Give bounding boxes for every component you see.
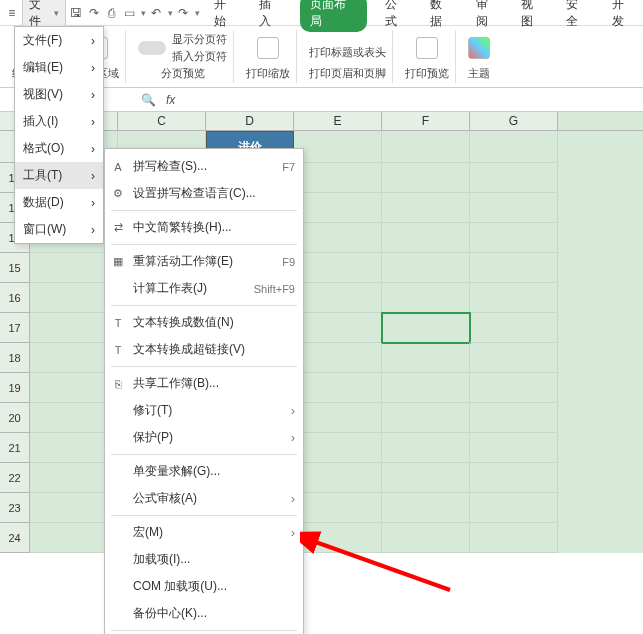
tab-start[interactable]: 开始 xyxy=(210,0,241,32)
ribbon-group-scale: 打印缩放 xyxy=(240,30,297,83)
page-preview-label[interactable]: 分页预览 xyxy=(161,66,205,81)
chevron-right-icon: › xyxy=(291,404,295,418)
tab-view[interactable]: 视图 xyxy=(517,0,548,32)
tab-review[interactable]: 审阅 xyxy=(472,0,503,32)
menu-icon: ▦ xyxy=(111,255,125,269)
submenu-label: 拼写检查(S)... xyxy=(133,158,207,175)
menu-icon[interactable]: ≡ xyxy=(4,5,20,21)
toggle-switch[interactable] xyxy=(138,41,166,55)
menu-icon: T xyxy=(111,343,125,357)
col-header[interactable]: E xyxy=(294,112,382,130)
menu-icon: T xyxy=(111,316,125,330)
menu-icon: A xyxy=(111,160,125,174)
menu-item-file[interactable]: 文件(F)› xyxy=(15,27,103,54)
submenu-item[interactable]: A拼写检查(S)...F7 xyxy=(105,153,303,180)
fx-label[interactable]: fx xyxy=(156,93,185,107)
tab-security[interactable]: 安全 xyxy=(562,0,593,32)
chevron-down-icon: ▾ xyxy=(195,8,200,18)
quick-access-toolbar: ≡ 文件 ▾ 🖫 ↷ ⎙ ▭ ▾ ↶ ▾ ↷ ▾ 开始 插入 页面布局 公式 数… xyxy=(0,0,643,26)
print-preview-icon[interactable] xyxy=(416,37,438,59)
col-header[interactable]: D xyxy=(206,112,294,130)
tab-dev[interactable]: 开发 xyxy=(608,0,639,32)
menu-item-view[interactable]: 视图(V)› xyxy=(15,81,103,108)
submenu-item[interactable]: 单变量求解(G)... xyxy=(105,458,303,485)
row-header[interactable]: 17 xyxy=(0,313,30,343)
menu-item-window[interactable]: 窗口(W)› xyxy=(15,216,103,243)
row-header[interactable]: 20 xyxy=(0,403,30,433)
row-header[interactable]: 15 xyxy=(0,253,30,283)
row-header[interactable]: 19 xyxy=(0,373,30,403)
selected-cell[interactable] xyxy=(382,313,470,343)
submenu-item[interactable]: 宏(M)› xyxy=(105,519,303,546)
submenu-item[interactable]: 保护(P)› xyxy=(105,424,303,451)
submenu-item[interactable]: T文本转换成数值(N) xyxy=(105,309,303,336)
submenu-item[interactable]: 加载项(I)... xyxy=(105,546,303,553)
row-header[interactable]: 23 xyxy=(0,493,30,523)
redo-icon[interactable]: ↷ xyxy=(86,5,102,21)
submenu-label: 保护(P) xyxy=(133,429,173,446)
submenu-item[interactable]: 计算工作表(J)Shift+F9 xyxy=(105,275,303,302)
theme-label[interactable]: 主题 xyxy=(468,66,490,81)
header-footer-label[interactable]: 打印页眉和页脚 xyxy=(309,66,386,81)
tab-insert[interactable]: 插入 xyxy=(255,0,286,32)
submenu-label: 文本转换成数值(N) xyxy=(133,314,234,331)
chevron-right-icon: › xyxy=(291,526,295,540)
redo2-icon[interactable]: ↷ xyxy=(175,5,191,21)
save-icon[interactable]: 🖫 xyxy=(68,5,84,21)
ribbon-group-preview: 显示分页符 插入分页符 分页预览 xyxy=(132,30,234,83)
insert-break-label[interactable]: 插入分页符 xyxy=(172,49,227,64)
print-icon[interactable]: ⎙ xyxy=(104,5,120,21)
col-header[interactable]: C xyxy=(118,112,206,130)
submenu-item[interactable]: 修订(T)› xyxy=(105,397,303,424)
chevron-down-icon: ▾ xyxy=(54,8,59,18)
row-header[interactable]: 21 xyxy=(0,433,30,463)
menu-item-format[interactable]: 格式(O)› xyxy=(15,135,103,162)
row-header[interactable]: 22 xyxy=(0,463,30,493)
preview-icon[interactable]: ▭ xyxy=(122,5,138,21)
submenu-label: 宏(M) xyxy=(133,524,163,541)
ribbon-group-titles: 打印标题或表头 打印页眉和页脚 xyxy=(303,30,393,83)
row-header[interactable]: 24 xyxy=(0,523,30,553)
print-scale-label[interactable]: 打印缩放 xyxy=(246,66,290,81)
submenu-label: 修订(T) xyxy=(133,402,172,419)
theme-icon[interactable] xyxy=(468,37,490,59)
shortcut-label: F9 xyxy=(282,256,295,268)
submenu-item[interactable]: T文本转换成超链接(V) xyxy=(105,336,303,363)
col-header[interactable]: F xyxy=(382,112,470,130)
search-icon[interactable]: 🔍 xyxy=(140,92,156,108)
submenu-label: 重算活动工作簿(E) xyxy=(133,253,233,270)
submenu-item[interactable]: 公式审核(A)› xyxy=(105,485,303,512)
col-header[interactable]: G xyxy=(470,112,558,130)
submenu-item[interactable]: ⚙设置拼写检查语言(C)... xyxy=(105,180,303,207)
shortcut-label: F7 xyxy=(282,161,295,173)
tab-page-layout[interactable]: 页面布局 xyxy=(300,0,367,32)
menu-icon: ⚙ xyxy=(111,187,125,201)
row-header[interactable]: 18 xyxy=(0,343,30,373)
menu-item-tools[interactable]: 工具(T)› xyxy=(15,162,103,189)
chevron-right-icon: › xyxy=(291,431,295,445)
tab-formula[interactable]: 公式 xyxy=(381,0,412,32)
submenu-label: 计算工作表(J) xyxy=(133,280,207,297)
submenu-label: 加载项(I)... xyxy=(133,551,190,553)
submenu-item[interactable]: ▦重算活动工作簿(E)F9 xyxy=(105,248,303,275)
row-header[interactable]: 16 xyxy=(0,283,30,313)
print-preview-label[interactable]: 打印预览 xyxy=(405,66,449,81)
chevron-down-icon: ▾ xyxy=(141,8,146,18)
submenu-label: 共享工作簿(B)... xyxy=(133,375,219,392)
menu-item-data[interactable]: 数据(D)› xyxy=(15,189,103,216)
submenu-label: 文本转换成超链接(V) xyxy=(133,341,245,358)
submenu-label: 公式审核(A) xyxy=(133,490,197,507)
tab-data[interactable]: 数据 xyxy=(426,0,457,32)
show-break-label[interactable]: 显示分页符 xyxy=(172,32,227,47)
menu-item-edit[interactable]: 编辑(E)› xyxy=(15,54,103,81)
print-title-label[interactable]: 打印标题或表头 xyxy=(309,45,386,60)
menu-item-insert[interactable]: 插入(I)› xyxy=(15,108,103,135)
tools-submenu: A拼写检查(S)...F7⚙设置拼写检查语言(C)...⇄中文简繁转换(H)..… xyxy=(104,148,304,553)
submenu-item[interactable]: ⇄中文简繁转换(H)... xyxy=(105,214,303,241)
shortcut-label: Shift+F9 xyxy=(254,283,295,295)
menu-icon: ⎘ xyxy=(111,377,125,391)
undo-icon[interactable]: ↶ xyxy=(148,5,164,21)
ribbon-group-printpreview: 打印预览 xyxy=(399,30,456,83)
scale-icon[interactable] xyxy=(257,37,279,59)
submenu-item[interactable]: ⎘共享工作簿(B)... xyxy=(105,370,303,397)
